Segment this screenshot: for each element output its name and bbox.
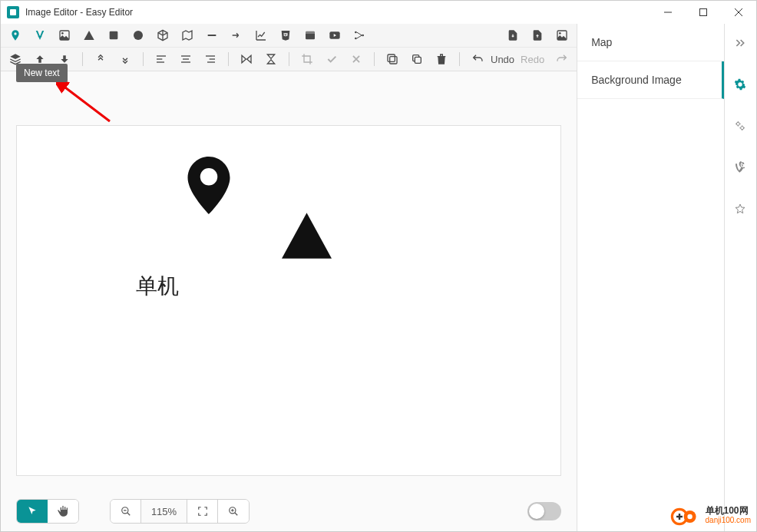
triangle-tool[interactable] xyxy=(82,28,96,42)
maximize-button[interactable] xyxy=(686,1,721,24)
svg-point-40 xyxy=(741,127,744,130)
undo-icon xyxy=(471,52,484,66)
video-tool[interactable] xyxy=(328,28,342,42)
check-icon[interactable] xyxy=(325,52,339,66)
watermark-text-cn: 单机100网 xyxy=(706,505,751,516)
minimize-button[interactable] xyxy=(650,1,686,24)
watermark-logo xyxy=(670,504,701,526)
redo-icon xyxy=(555,52,569,66)
align-center-icon[interactable] xyxy=(179,52,193,66)
square-tool[interactable] xyxy=(107,28,121,42)
expand-rail-icon[interactable] xyxy=(733,36,747,50)
tooltip-new-text: New text xyxy=(16,64,68,82)
undo-button[interactable]: Undo xyxy=(471,52,514,66)
settings-icon[interactable] xyxy=(733,78,747,91)
delete-icon[interactable] xyxy=(435,52,448,66)
undo-label: Undo xyxy=(491,54,514,65)
svg-line-36 xyxy=(235,513,238,516)
html-tool[interactable] xyxy=(279,28,293,42)
svg-rect-28 xyxy=(388,55,395,61)
app-icon xyxy=(7,6,19,18)
window-title: Image Editor - Easy Editor xyxy=(25,7,650,18)
svg-rect-12 xyxy=(306,31,315,34)
zoom-value[interactable]: 115% xyxy=(141,500,187,523)
copy-icon[interactable] xyxy=(410,52,424,66)
zoom-fit-button[interactable] xyxy=(187,500,218,523)
svg-line-33 xyxy=(127,513,130,516)
pin-tool[interactable] xyxy=(8,28,22,42)
upload-file-icon[interactable] xyxy=(531,28,544,42)
download-file-icon[interactable] xyxy=(506,28,520,42)
zoom-out-button[interactable] xyxy=(111,500,141,523)
panel-item-background[interactable]: Background Image xyxy=(577,61,724,99)
watermark-text-en: danji100.com xyxy=(706,516,751,525)
duplicate-icon[interactable] xyxy=(385,52,399,66)
panel-tool[interactable] xyxy=(303,28,317,42)
image-tool[interactable] xyxy=(58,28,71,42)
flip-h-icon[interactable] xyxy=(240,52,253,66)
star-icon[interactable] xyxy=(733,202,747,216)
text-tool[interactable] xyxy=(33,28,47,42)
redo-button[interactable]: Redo xyxy=(525,52,569,66)
export-image-icon[interactable] xyxy=(555,28,569,42)
right-panel: Map Background Image xyxy=(577,24,724,531)
bring-front-icon[interactable] xyxy=(94,52,107,66)
svg-point-9 xyxy=(134,31,143,40)
svg-rect-2 xyxy=(700,9,707,16)
svg-point-43 xyxy=(687,514,692,519)
circle-tool[interactable] xyxy=(131,28,145,42)
svg-point-39 xyxy=(737,122,740,125)
panel-item-map[interactable]: Map xyxy=(577,24,724,61)
svg-point-14 xyxy=(355,31,357,34)
right-rail xyxy=(724,24,756,531)
canvas-text-element[interactable]: 单机 xyxy=(136,272,179,301)
bottom-bar: 115% xyxy=(1,491,577,531)
svg-point-16 xyxy=(362,35,364,37)
cube-tool[interactable] xyxy=(156,28,170,42)
svg-point-15 xyxy=(355,38,357,40)
svg-rect-0 xyxy=(10,9,16,15)
vine-icon[interactable] xyxy=(733,160,747,174)
svg-point-7 xyxy=(61,32,64,35)
window-controls xyxy=(650,1,756,24)
crop-icon[interactable] xyxy=(300,52,314,66)
send-back-icon[interactable] xyxy=(118,52,132,66)
polygon-tool[interactable] xyxy=(180,28,194,42)
svg-rect-8 xyxy=(110,31,118,40)
toolbar: Undo Redo xyxy=(1,24,577,71)
watermark: 单机100网 danji100.com xyxy=(670,504,751,526)
close-button[interactable] xyxy=(721,1,756,24)
annotation-arrow xyxy=(56,79,117,125)
canvas[interactable]: 单机 xyxy=(16,125,561,476)
svg-rect-30 xyxy=(415,57,421,63)
titlebar: Image Editor - Easy Editor xyxy=(1,1,756,24)
canvas-triangle-shape[interactable] xyxy=(282,213,332,259)
arrow-tool[interactable] xyxy=(230,28,243,42)
toggle-switch[interactable] xyxy=(527,502,561,520)
redo-label: Redo xyxy=(521,54,544,65)
svg-point-18 xyxy=(559,32,561,35)
flip-v-icon[interactable] xyxy=(264,52,278,66)
pan-mode-button[interactable] xyxy=(48,500,78,523)
zoom-in-button[interactable] xyxy=(218,500,249,523)
cancel-icon[interactable] xyxy=(349,52,363,66)
chart-tool[interactable] xyxy=(254,28,268,42)
align-left-icon[interactable] xyxy=(154,52,168,66)
line-tool[interactable] xyxy=(205,28,219,42)
svg-rect-5 xyxy=(38,36,42,38)
advanced-settings-icon[interactable] xyxy=(733,119,747,133)
select-mode-button[interactable] xyxy=(17,500,48,523)
canvas-pin-shape[interactable] xyxy=(186,157,232,214)
connector-tool[interactable] xyxy=(352,28,366,42)
zoom-control: 115% xyxy=(110,499,250,524)
svg-rect-29 xyxy=(390,57,397,64)
align-right-icon[interactable] xyxy=(203,52,217,66)
svg-line-31 xyxy=(62,85,110,121)
